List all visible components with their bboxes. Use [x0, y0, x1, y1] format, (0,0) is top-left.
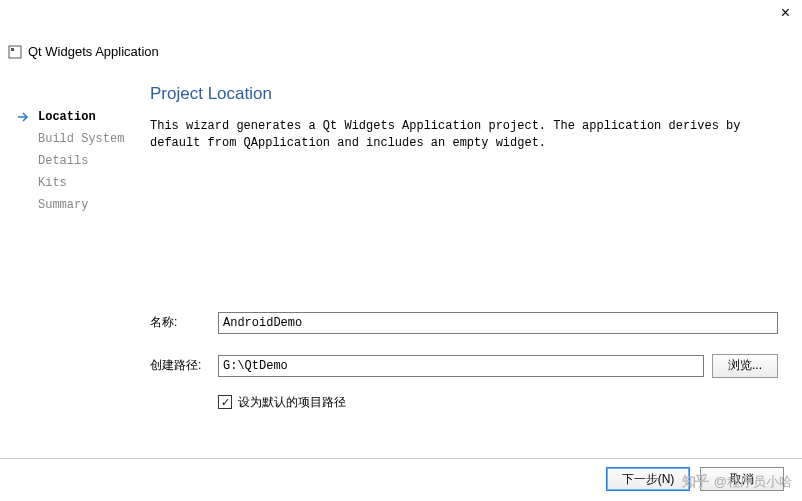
cancel-button[interactable]: 取消 [700, 467, 784, 491]
svg-rect-1 [11, 48, 14, 51]
path-label: 创建路径: [150, 357, 218, 374]
app-title: Qt Widgets Application [28, 44, 159, 59]
body: Location Build System Details Kits Summa… [0, 82, 802, 449]
page-description: This wizard generates a Qt Widgets Appli… [150, 118, 760, 152]
sidebar-item-build-system: Build System [18, 128, 150, 150]
sidebar-item-label: Summary [38, 198, 88, 212]
page-title: Project Location [150, 84, 778, 104]
sidebar-item-summary: Summary [18, 194, 150, 216]
sidebar-item-label: Kits [38, 176, 67, 190]
close-icon[interactable]: × [781, 4, 790, 22]
browse-button[interactable]: 浏览... [712, 354, 778, 378]
sidebar-item-label: Details [38, 154, 88, 168]
path-row: 创建路径: 浏览... [150, 354, 778, 378]
sidebar-item-kits: Kits [18, 172, 150, 194]
svg-rect-0 [9, 46, 21, 58]
default-path-row[interactable]: ✓ 设为默认的项目路径 [218, 394, 778, 411]
name-label: 名称: [150, 314, 218, 331]
sidebar-item-details: Details [18, 150, 150, 172]
sidebar-item-label: Build System [38, 132, 124, 146]
arrow-icon [18, 112, 32, 122]
main-panel: Project Location This wizard generates a… [150, 82, 802, 449]
default-path-checkbox[interactable]: ✓ [218, 395, 232, 409]
divider [0, 458, 802, 459]
form: 名称: 创建路径: 浏览... ✓ 设为默认的项目路径 [150, 312, 778, 411]
default-path-label: 设为默认的项目路径 [238, 394, 346, 411]
next-button[interactable]: 下一步(N) [606, 467, 690, 491]
name-row: 名称: [150, 312, 778, 334]
titlebar: Qt Widgets Application [8, 44, 159, 59]
name-input[interactable] [218, 312, 778, 334]
sidebar-item-location: Location [18, 106, 150, 128]
wizard-sidebar: Location Build System Details Kits Summa… [0, 82, 150, 449]
app-icon [8, 45, 22, 59]
path-input[interactable] [218, 355, 704, 377]
button-row: 下一步(N) 取消 [606, 467, 784, 491]
sidebar-item-label: Location [38, 110, 96, 124]
